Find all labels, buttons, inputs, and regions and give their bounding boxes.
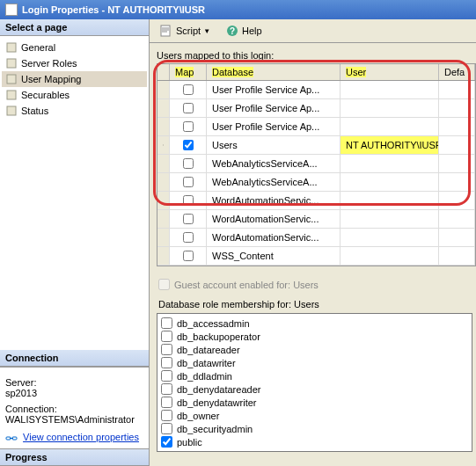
role-name: db_owner <box>177 411 219 421</box>
table-row[interactable]: WordAutomationServic... <box>157 229 475 247</box>
map-checkbox[interactable] <box>183 251 194 261</box>
sidebar-item-server-roles[interactable]: Server Roles <box>2 55 147 71</box>
map-checkbox[interactable] <box>183 140 194 150</box>
default-schema-cell <box>439 155 475 172</box>
table-row[interactable]: User Profile Service Ap... <box>157 99 475 118</box>
col-header-map[interactable]: Map <box>170 64 207 80</box>
map-checkbox-cell[interactable] <box>170 155 207 172</box>
sidebar-item-label: Server Roles <box>21 58 77 69</box>
role-item-db_accessadmin[interactable]: db_accessadmin <box>161 317 468 330</box>
help-button[interactable]: ? Help <box>221 23 267 39</box>
role-item-db_datareader[interactable]: db_datareader <box>161 343 468 356</box>
role-name: db_datareader <box>177 345 240 355</box>
map-checkbox[interactable] <box>183 84 194 95</box>
map-checkbox[interactable] <box>183 195 194 206</box>
row-header <box>157 173 170 191</box>
role-name: db_datawriter <box>177 358 236 368</box>
script-icon <box>160 25 172 37</box>
map-checkbox[interactable] <box>183 121 194 132</box>
role-checkbox[interactable] <box>161 331 172 342</box>
row-header <box>157 247 170 265</box>
user-cell <box>341 173 439 191</box>
map-checkbox[interactable] <box>183 103 194 113</box>
role-checkbox[interactable] <box>161 436 172 448</box>
svg-rect-4 <box>7 106 16 115</box>
user-cell <box>341 81 439 98</box>
default-schema-cell <box>439 99 475 117</box>
sidebar-item-status[interactable]: Status <box>2 103 147 119</box>
map-checkbox[interactable] <box>183 177 194 187</box>
role-item-public[interactable]: public <box>161 435 468 448</box>
table-row[interactable]: User Profile Service Ap... <box>157 81 475 99</box>
table-row[interactable]: WebAnalyticsServiceA... <box>157 173 475 192</box>
map-checkbox-cell[interactable] <box>170 210 207 228</box>
row-header <box>157 136 170 154</box>
role-item-db_denydatawriter[interactable]: db_denydatawriter <box>161 396 468 409</box>
database-cell: WordAutomationServic... <box>207 192 341 209</box>
col-header-default[interactable]: Defa <box>439 64 475 80</box>
window-titlebar[interactable]: Login Properties - NT AUTHORITY\IUSR <box>0 0 476 19</box>
role-membership-list[interactable]: db_accessadmindb_backupoperatordb_datare… <box>157 313 472 452</box>
row-header <box>157 229 170 246</box>
database-cell: User Profile Service Ap... <box>207 81 341 98</box>
role-name: db_securityadmin <box>177 424 253 434</box>
script-button[interactable]: Script ▼ <box>155 23 216 39</box>
connection-header: Connection <box>0 350 149 367</box>
map-checkbox[interactable] <box>183 232 194 243</box>
sidebar-item-general[interactable]: General <box>2 40 147 55</box>
default-schema-cell <box>439 118 475 135</box>
sidebar-item-label: General <box>21 42 55 53</box>
role-checkbox[interactable] <box>161 423 172 434</box>
user-cell <box>341 247 439 265</box>
svg-text:?: ? <box>230 26 235 36</box>
user-cell: NT AUTHORITY\IUSR <box>341 136 439 154</box>
table-row[interactable]: WordAutomationServic... <box>157 192 475 210</box>
svg-rect-3 <box>7 91 16 99</box>
role-item-db_backupoperator[interactable]: db_backupoperator <box>161 330 468 343</box>
role-checkbox[interactable] <box>161 383 172 395</box>
map-checkbox-cell[interactable] <box>170 229 207 246</box>
role-checkbox[interactable] <box>161 357 172 368</box>
row-header <box>157 210 170 228</box>
map-checkbox-cell[interactable] <box>170 118 207 135</box>
default-schema-cell <box>439 247 475 265</box>
chevron-down-icon: ▼ <box>203 27 210 35</box>
user-mapping-grid[interactable]: Map Database User Defa User Profile Serv… <box>157 63 476 266</box>
map-checkbox-cell[interactable] <box>170 173 207 191</box>
role-item-db_ddladmin[interactable]: db_ddladmin <box>161 369 468 382</box>
role-checkbox[interactable] <box>161 370 172 382</box>
role-item-db_owner[interactable]: db_owner <box>161 409 468 422</box>
table-row[interactable]: WSS_Content <box>157 247 475 266</box>
role-item-db_datawriter[interactable]: db_datawriter <box>161 356 468 369</box>
map-checkbox-cell[interactable] <box>170 192 207 209</box>
table-row[interactable]: WordAutomationServic... <box>157 210 475 229</box>
role-checkbox[interactable] <box>161 317 172 329</box>
role-checkbox[interactable] <box>161 397 172 408</box>
map-checkbox-cell[interactable] <box>170 136 207 154</box>
table-row[interactable]: User Profile Service Ap... <box>157 118 475 136</box>
map-checkbox-cell[interactable] <box>170 247 207 265</box>
role-item-db_denydatareader[interactable]: db_denydatareader <box>161 382 468 396</box>
connection-value: WALISYSTEMS\Administrator <box>5 414 143 425</box>
map-checkbox-cell[interactable] <box>170 81 207 98</box>
role-checkbox[interactable] <box>161 344 172 355</box>
role-checkbox[interactable] <box>161 410 172 421</box>
database-cell: Users <box>207 136 341 154</box>
database-cell: User Profile Service Ap... <box>207 118 341 135</box>
sidebar-item-user-mapping[interactable]: User Mapping <box>2 71 147 87</box>
guest-account-label: Guest account enabled for: Users <box>174 280 319 290</box>
map-checkbox-cell[interactable] <box>170 99 207 117</box>
view-connection-properties-link[interactable]: View connection properties <box>23 432 139 442</box>
role-item-db_securityadmin[interactable]: db_securityadmin <box>161 422 468 435</box>
row-header <box>157 99 170 117</box>
database-cell: WordAutomationServic... <box>207 210 341 228</box>
progress-header: Progress <box>0 448 149 466</box>
map-checkbox[interactable] <box>183 214 194 224</box>
col-header-user[interactable]: User <box>341 64 439 80</box>
map-checkbox[interactable] <box>183 158 194 169</box>
database-cell: WSS_Content <box>207 247 341 265</box>
col-header-database[interactable]: Database <box>207 64 341 80</box>
sidebar-item-securables[interactable]: Securables <box>2 87 147 103</box>
table-row[interactable]: WebAnalyticsServiceA... <box>157 155 475 173</box>
table-row[interactable]: UsersNT AUTHORITY\IUSR <box>157 136 475 155</box>
